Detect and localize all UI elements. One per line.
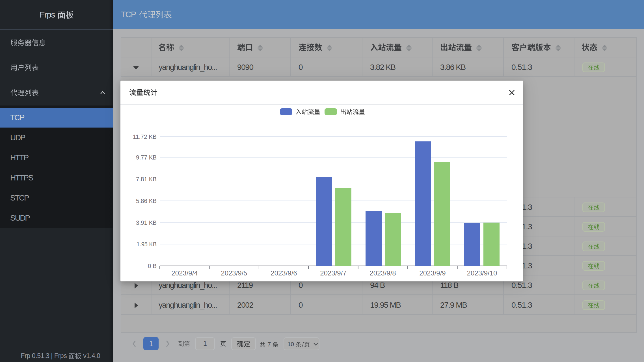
svg-text:2023/9/6: 2023/9/6 xyxy=(271,269,297,277)
svg-text:9.77 KB: 9.77 KB xyxy=(136,154,157,161)
svg-text:2023/9/5: 2023/9/5 xyxy=(221,269,247,277)
svg-text:3.91 KB: 3.91 KB xyxy=(136,219,157,226)
svg-text:5.86 KB: 5.86 KB xyxy=(136,197,157,204)
svg-text:2023/9/8: 2023/9/8 xyxy=(369,269,396,277)
svg-text:11.72 KB: 11.72 KB xyxy=(133,133,157,140)
svg-text:2023/9/10: 2023/9/10 xyxy=(467,269,497,277)
svg-text:2023/9/9: 2023/9/9 xyxy=(419,269,446,277)
svg-text:1.95 KB: 1.95 KB xyxy=(137,241,157,248)
svg-text:2023/9/4: 2023/9/4 xyxy=(171,269,198,277)
svg-text:2023/9/7: 2023/9/7 xyxy=(320,269,346,277)
svg-text:7.81 KB: 7.81 KB xyxy=(136,176,157,183)
svg-text:0 B: 0 B xyxy=(148,262,157,270)
